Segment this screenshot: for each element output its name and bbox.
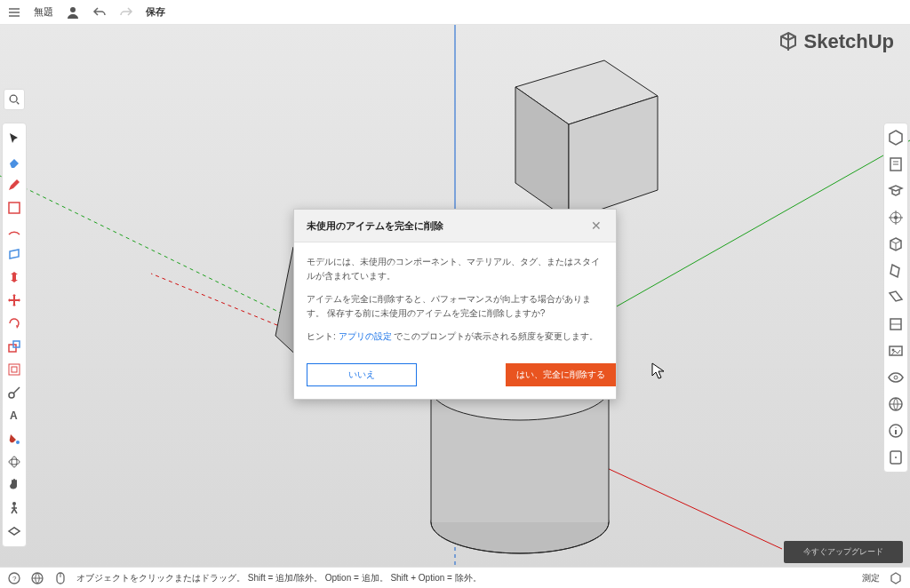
purge-modal: 未使用のアイテムを完全に削除 ✕ モデルには、未使用のコンポーネント、マテリアル…	[293, 209, 617, 400]
app-settings-link[interactable]: アプリの設定	[339, 331, 392, 341]
yes-purge-button[interactable]: はい、完全に削除する	[506, 363, 616, 386]
no-button[interactable]: いいえ	[307, 363, 417, 386]
modal-hint: ヒント: アプリの設定 でこのプロンプトが表示される頻度を変更します。	[307, 330, 603, 344]
modal-title: 未使用のアイテムを完全に削除	[307, 219, 443, 233]
modal-para-1: モデルには、未使用のコンポーネント、マテリアル、タグ、またはスタイルが含まれてい…	[307, 255, 603, 283]
modal-para-2: アイテムを完全に削除すると、パフォーマンスが向上する場合があります。 保存する前…	[307, 292, 603, 321]
modal-backdrop: 未使用のアイテムを完全に削除 ✕ モデルには、未使用のコンポーネント、マテリアル…	[0, 0, 910, 588]
close-icon[interactable]: ✕	[589, 219, 603, 233]
